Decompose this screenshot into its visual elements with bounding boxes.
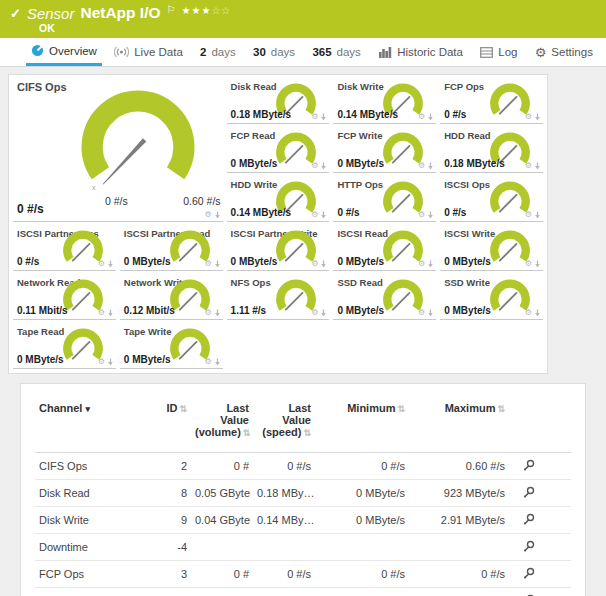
gauge-cell[interactable]: HDD Read0.18 MByte/s⚙: [440, 128, 543, 173]
gauge-cell[interactable]: ISCSI Partner Ops0 #/s⚙: [13, 226, 116, 271]
pin-icon[interactable]: [534, 260, 541, 268]
pin-icon[interactable]: [320, 211, 327, 219]
channel-settings-icon[interactable]: [522, 486, 536, 498]
sensor-header: ✓ Sensor NetApp I/O ⚐ ★★★☆☆ OK: [0, 0, 606, 38]
gauge-cell[interactable]: HDD Write0.14 MByte/s⚙: [227, 177, 330, 222]
gear-icon[interactable]: ⚙: [311, 260, 318, 268]
gauge-cell[interactable]: ISCSI Partner Read0 MByte/s⚙: [120, 226, 223, 271]
gauge-cell-primary[interactable]: CIFS Ops x 0 #/s 0.60 #/s 0 #/s ⚙: [13, 79, 223, 222]
channel-settings-icon[interactable]: [522, 540, 536, 552]
tab-log[interactable]: Log: [475, 38, 522, 66]
pin-icon[interactable]: [427, 309, 434, 317]
pin-icon[interactable]: [320, 309, 327, 317]
gear-icon[interactable]: ⚙: [418, 260, 425, 268]
gauge-cell[interactable]: Network Read0.11 Mbit/s⚙: [13, 275, 116, 320]
column-header-last-speed[interactable]: Last Value (speed)⇅: [253, 390, 315, 453]
pin-icon[interactable]: [427, 162, 434, 170]
channel-settings-icon[interactable]: [522, 567, 536, 579]
pin-icon[interactable]: [534, 162, 541, 170]
table-row: FCP Read 10 0 GByte 0 MByte/s 0 MByte/s …: [35, 588, 571, 596]
column-header-id[interactable]: ID⇅: [147, 390, 191, 453]
gear-icon[interactable]: ⚙: [418, 113, 425, 121]
gear-icon[interactable]: ⚙: [98, 309, 105, 317]
pin-icon[interactable]: [320, 260, 327, 268]
channel-settings-icon[interactable]: [522, 513, 536, 525]
pin-icon[interactable]: [427, 113, 434, 121]
pin-icon[interactable]: [214, 309, 221, 317]
pin-icon[interactable]: [214, 358, 221, 366]
tab-log-label: Log: [498, 46, 517, 58]
gauge-cell[interactable]: ISCSI Ops0 #/s⚙: [440, 177, 543, 222]
tab-settings[interactable]: ⚙ Settings: [530, 38, 598, 66]
gear-icon[interactable]: ⚙: [311, 309, 318, 317]
gear-icon[interactable]: ⚙: [525, 162, 532, 170]
gear-icon[interactable]: ⚙: [204, 211, 211, 219]
channel-settings-icon[interactable]: [522, 459, 536, 471]
column-header-maximum[interactable]: Maximum⇅: [409, 390, 509, 453]
gear-icon[interactable]: ⚙: [525, 309, 532, 317]
pin-icon[interactable]: [107, 309, 114, 317]
tab-365-days[interactable]: 365 days: [307, 38, 365, 66]
tab-live-data[interactable]: Live Data: [109, 38, 188, 66]
flag-icon[interactable]: ⚐: [167, 4, 176, 15]
tab-2-days[interactable]: 2 days: [195, 38, 241, 66]
column-header-last-volume[interactable]: Last Value (volume)⇅: [191, 390, 253, 453]
gear-icon[interactable]: ⚙: [311, 162, 318, 170]
gauge-cell[interactable]: SSD Write0 MByte/s⚙: [440, 275, 543, 320]
gauge-cell[interactable]: Tape Write0 MByte/s⚙: [120, 324, 223, 369]
column-header-channel[interactable]: Channel▾: [35, 390, 147, 453]
pin-icon[interactable]: [214, 260, 221, 268]
sort-icon: ⇅: [179, 404, 187, 414]
gauge-cell[interactable]: NFS Ops1.11 #/s⚙: [227, 275, 330, 320]
maximum-value: 0 MByte/s: [409, 588, 509, 596]
minimum-value: [315, 534, 409, 561]
gear-icon[interactable]: ⚙: [525, 113, 532, 121]
tab-historic-data[interactable]: Historic Data: [373, 38, 468, 66]
gear-icon[interactable]: ⚙: [418, 309, 425, 317]
gear-icon[interactable]: ⚙: [418, 162, 425, 170]
pin-icon[interactable]: [107, 358, 114, 366]
pin-icon[interactable]: [214, 211, 221, 219]
gauge-cell[interactable]: ISCSI Read0 MByte/s⚙: [333, 226, 436, 271]
gauge-cell[interactable]: HTTP Ops0 #/s⚙: [333, 177, 436, 222]
gauge-cell[interactable]: ISCSI Write0 MByte/s⚙: [440, 226, 543, 271]
gear-icon[interactable]: ⚙: [204, 358, 211, 366]
gauge-actions: ⚙: [418, 211, 434, 219]
gear-icon[interactable]: ⚙: [98, 358, 105, 366]
gauge-cell[interactable]: FCP Write0 MByte/s⚙: [333, 128, 436, 173]
gear-icon[interactable]: ⚙: [204, 309, 211, 317]
pin-icon[interactable]: [427, 211, 434, 219]
tab-overview[interactable]: Overview: [26, 38, 102, 66]
pin-icon[interactable]: [427, 260, 434, 268]
gear-icon[interactable]: ⚙: [418, 211, 425, 219]
gear-icon[interactable]: ⚙: [311, 211, 318, 219]
channel-name: CIFS Ops: [35, 453, 147, 480]
last-value-volume: 0 #: [191, 561, 253, 588]
priority-stars[interactable]: ★★★☆☆: [182, 5, 232, 16]
gear-icon[interactable]: ⚙: [311, 113, 318, 121]
pin-icon[interactable]: [320, 162, 327, 170]
gear-icon[interactable]: ⚙: [525, 260, 532, 268]
pin-icon[interactable]: [534, 113, 541, 121]
tab-30-days[interactable]: 30 days: [248, 38, 300, 66]
column-header-minimum[interactable]: Minimum⇅: [315, 390, 409, 453]
gear-icon[interactable]: ⚙: [98, 260, 105, 268]
gauge-cell[interactable]: FCP Read0 MByte/s⚙: [227, 128, 330, 173]
gauge-cell[interactable]: Disk Write0.14 MByte/s⚙: [333, 79, 436, 124]
gauge-cell[interactable]: ISCSI Partner Write0 MByte/s⚙: [227, 226, 330, 271]
maximum-value: 2.91 MByte/s: [409, 507, 509, 534]
gear-icon[interactable]: ⚙: [204, 260, 211, 268]
gauge-cell[interactable]: FCP Ops0 #/s⚙: [440, 79, 543, 124]
gauge-cell[interactable]: Disk Read0.18 MByte/s⚙: [227, 79, 330, 124]
gear-icon[interactable]: ⚙: [525, 211, 532, 219]
pin-icon[interactable]: [534, 211, 541, 219]
pin-icon[interactable]: [320, 113, 327, 121]
gauge-value: 0 MByte/s: [231, 256, 278, 267]
gauge-cell[interactable]: Network Write0.12 Mbit/s⚙: [120, 275, 223, 320]
gauge-cell[interactable]: SSD Read0 MByte/s⚙: [333, 275, 436, 320]
pin-icon[interactable]: [534, 309, 541, 317]
tab-365-days-number: 365: [312, 46, 331, 58]
gauge-cell[interactable]: Tape Read0 MByte/s⚙: [13, 324, 116, 369]
last-value-volume: [191, 534, 253, 561]
pin-icon[interactable]: [107, 260, 114, 268]
